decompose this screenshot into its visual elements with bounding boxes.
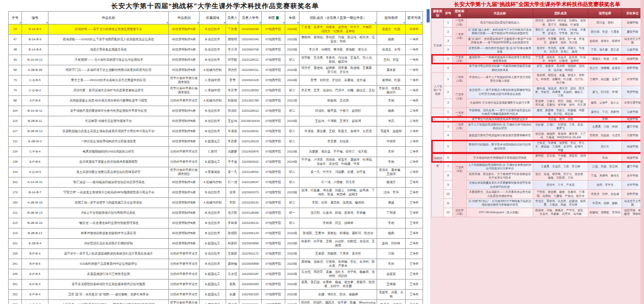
team-members-cell[interactable]: 王民景、朱彦臻、张梦茹、李征、李九全、潘福敏、王清林、余泽明、赵雪珂、邓健 — [533, 140, 588, 153]
cell[interactable]: 127 — [9, 126, 22, 137]
cell[interactable]: B.信息技术 — [200, 116, 226, 126]
cell[interactable]: 三等奖 — [406, 280, 423, 290]
cell[interactable]: 余娜、谭欣欣、邵冰、崔婉婷 — [300, 290, 377, 300]
cell[interactable]: 4 — [444, 131, 453, 140]
table-row[interactable]: 49B-1A-W-12“天枢慧测”——北斗实时高精度可靠定位与监测技术科技发明制… — [9, 55, 423, 65]
cell[interactable]: 07地测学院 — [262, 198, 285, 208]
cell[interactable]: 07地测学院 — [262, 45, 285, 55]
cell[interactable]: 研二 — [285, 86, 300, 96]
cell[interactable]: 科技发明制作A类 — [169, 35, 200, 45]
cell[interactable]: 11 — [444, 199, 453, 208]
cell[interactable]: B-1A-B-9 — [22, 35, 48, 45]
cell[interactable]: 一等奖 — [406, 75, 423, 86]
work-title-cell[interactable]: 光催化体系构建及其在木质素解聚制备高值芳香族化合物中的应用 — [467, 181, 533, 190]
cell[interactable]: 104 — [9, 106, 22, 116]
cell[interactable]: B-1A-W-11 — [22, 106, 48, 116]
cell[interactable]: 黄土高塬沟壑土地整治及边坡优化利用体系研究 — [48, 167, 169, 178]
cell[interactable]: 朱武 — [377, 116, 406, 126]
column-header[interactable]: 所属领域 — [200, 12, 226, 24]
cell[interactable]: 田清欣、杨开源、宁雅月、赵国杉 — [300, 106, 377, 116]
cell[interactable]: 杨彪 — [377, 35, 406, 45]
cell[interactable]: 239 — [9, 249, 22, 259]
cell[interactable]: 2023128047 — [239, 178, 262, 188]
cell[interactable]: 2023228131 — [239, 218, 262, 229]
cell[interactable]: 自然科学类学术论文 — [169, 96, 200, 106]
cell[interactable]: 于子涵、卢泽贤、周倩雨、侯宝生、康丽萍、杜博瑞、张金祥、凌志恒、叶丽娜、毕晨 — [300, 157, 377, 167]
column-header[interactable]: 编号 — [22, 12, 48, 24]
table-row[interactable]: 125B-2B-B-11生态瞭望-动物生态监测与服务平台科技发明制作B类B.信息… — [9, 116, 423, 126]
cell[interactable]: 李振洪、张成龙、杨东民 — [377, 86, 406, 96]
cell[interactable]: 07地测学院 — [262, 208, 285, 218]
filter-icon[interactable] — [276, 16, 279, 19]
cell[interactable]: 07地测学院 — [262, 86, 285, 96]
cell[interactable]: 自然科学类学术论文 — [169, 157, 200, 167]
cell[interactable]: A.发展成就 — [200, 167, 226, 178]
cell[interactable]: 2023128053 — [239, 86, 262, 96]
work-title-cell[interactable]: 逆雪先锋——面向黑区快递的“揽-运-投”轻量化除雪装备 — [467, 45, 533, 55]
cell[interactable]: B-1A-W-12 — [22, 55, 48, 65]
competition-category-cell[interactable]: 主体赛 — [432, 18, 444, 73]
cell[interactable]: 7 — [444, 162, 453, 171]
team-members-cell[interactable]: 孙志强、谢国庆、童瑶华、秦世英、王三武、王禹迪、RAZZAKUL ISLAM — [533, 131, 588, 140]
cell[interactable]: 2022900876 — [239, 147, 262, 157]
cell[interactable]: 2023228041 — [239, 126, 262, 137]
cell[interactable]: 科技发明制作B类 — [169, 229, 200, 239]
column-header[interactable]: 作品名称 — [467, 9, 533, 18]
team-members-cell[interactable]: 杨冬磊、段金成、周天昊、赵恒、郭光耀、李妙宏、高琳琳、彭远阳、杨屹立、王然 — [533, 86, 588, 98]
cell[interactable]: B-2B-W-13 — [22, 208, 48, 218]
cell[interactable]: 251 — [9, 280, 22, 290]
table-row[interactable]: 58A-2B-B-38明渠守门员——多场环境下岩土崩解特性测试装置的研发与应用科… — [9, 65, 423, 75]
cell[interactable]: 石一洁 — [226, 178, 239, 188]
cell[interactable]: 8 — [444, 171, 453, 181]
advisors-cell[interactable]: 郭万金、雷利 — [588, 18, 622, 28]
cell[interactable]: 黄一凡 — [226, 167, 239, 178]
cell[interactable]: 07地测学院 — [262, 218, 285, 229]
cell[interactable]: B-2B-B-13 — [22, 229, 48, 239]
cell[interactable]: 07地测学院 — [262, 229, 285, 239]
cell[interactable]: 三等奖 — [406, 290, 423, 300]
cell[interactable]: 哲学社会科学类社会调查报告 — [169, 75, 200, 86]
cell[interactable]: 沟谷型泥石流应急抢险拦石槽的研制 — [48, 239, 169, 249]
cell[interactable]: 余娜 — [226, 290, 239, 300]
cell[interactable]: 07地测学院 — [262, 157, 285, 167]
cell[interactable]: 07地测学院 — [262, 116, 285, 126]
cell[interactable]: 丁光通 — [226, 24, 239, 35]
cell[interactable]: C.美丽中国 — [200, 75, 226, 86]
cell[interactable]: 2023900373 — [239, 188, 262, 198]
column-header[interactable]: 学院 — [262, 12, 285, 24]
cell[interactable]: 李汶泽、何嘴晗、曾沛霖、梁瑞航、梁乐乐 — [300, 45, 377, 55]
cell[interactable]: 林果作物地块数据集智能制作方法及应用 — [48, 229, 169, 239]
cell[interactable]: 三等奖 — [406, 229, 423, 239]
cell[interactable]: 李林涛、田宜、战峰林 — [300, 218, 377, 229]
team-members-cell[interactable]: 丁光通、胡春喜、吴发洋、赵世俊、叶良平、辛梅宇、纪晓倩、蓝林枝 — [533, 55, 588, 64]
cell[interactable]: 周吉哲 — [226, 300, 239, 304]
cell[interactable]: 三等奖 — [406, 208, 423, 218]
cell[interactable]: 李艳 — [377, 218, 406, 229]
cell[interactable]: 科技发明制作B类 — [169, 239, 200, 249]
cell[interactable]: 2022900283 — [239, 280, 262, 290]
cell[interactable]: B-1A-B-7 — [22, 188, 48, 198]
cell[interactable]: 07地测学院 — [262, 300, 285, 304]
cell[interactable]: 杨彪 — [377, 229, 406, 239]
work-title-cell[interactable]: 在“流量”涌入乡村：乡村旅游与工业空间格局共振发展模式探索——基于陕西12市33… — [467, 28, 533, 37]
cell[interactable]: 自然科学类学术论文 — [169, 280, 200, 290]
table-row[interactable]: 190A-2B-W-16智慧工地—基于深度学习的建筑施工安全监管系统科技发明制作… — [9, 198, 423, 208]
cell[interactable]: 07地测学院 — [262, 35, 285, 45]
cell[interactable]: A.发展成就 — [200, 300, 226, 304]
table-row[interactable]: 251E-P-B-3基于多元模型的秦岭地区生态系统服务模式识别与预测自然科学类学… — [9, 280, 423, 290]
cell[interactable]: 科技发明制作A类 — [169, 45, 200, 55]
cell[interactable]: 48 — [9, 45, 22, 55]
award-level-cell[interactable]: 三等奖（3项） — [453, 45, 467, 73]
cell[interactable]: 河润华夏：黄河流域生态保护与高质量发展实证研究 — [48, 86, 169, 96]
cell[interactable]: 研二 — [285, 55, 300, 65]
cell[interactable]: 一等奖 — [406, 86, 423, 96]
team-members-cell[interactable]: 曾诗琴、王可、严发彤 — [533, 181, 588, 190]
table-row-highlighted[interactable]: 18B-1A-B-6星域智明——基于北斗的滑坡土滑坡监测预警平台科技发明制作A类… — [9, 24, 423, 35]
column-header[interactable]: 负责人 — [226, 12, 239, 24]
table-row[interactable]: 88A-P-B-8高性能混凝土强度-组分相关性分析的可解释机器学习模型自然科学类… — [9, 96, 423, 106]
cell[interactable]: 石一洁、卢慧敏、田玉芳 — [300, 178, 377, 188]
award-level-cell[interactable]: 一等奖（2项） — [453, 108, 467, 122]
cell[interactable]: 07地测学院 — [262, 75, 285, 86]
cell[interactable]: E.能源化工 — [200, 269, 226, 280]
team-members-cell[interactable]: 郭龙嶂、王靖文、郑浩、倪航、邱正骏、常军威、景嘉怡、张宇豪、徐伟、刘文博 — [533, 98, 588, 108]
